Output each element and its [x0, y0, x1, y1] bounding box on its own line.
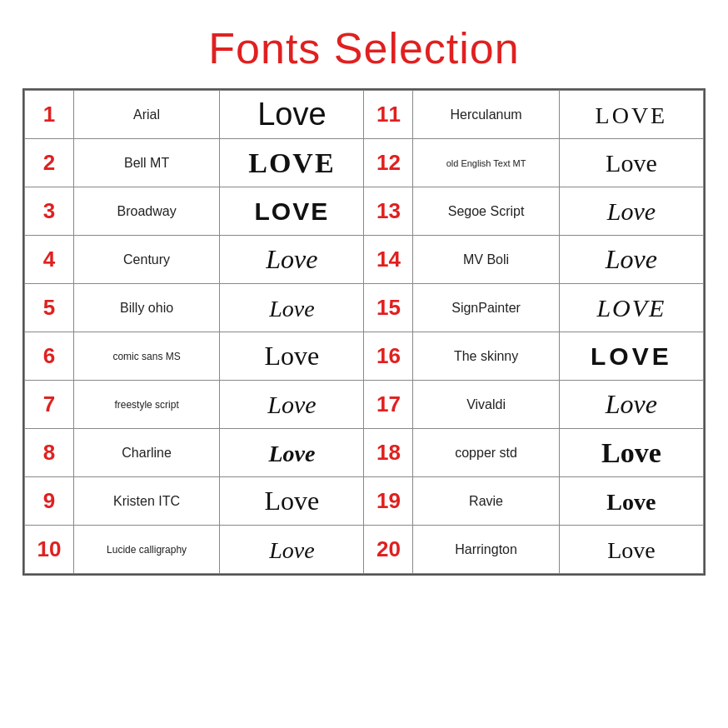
font-sample-left-4: Love: [220, 236, 364, 284]
font-name-right-11: Herculanum: [413, 91, 559, 139]
font-name-left-8: Charline: [73, 429, 219, 477]
row-num-right-13: 13: [364, 187, 413, 236]
font-sample-left-2: LOVE: [220, 139, 364, 187]
font-sample-right-15: LOVE: [559, 284, 703, 332]
font-sample-right-16: LOVE: [559, 332, 703, 381]
font-name-right-15: SignPainter: [413, 284, 559, 332]
font-name-right-12: old English Text MT: [413, 139, 559, 187]
font-sample-left-5: Love: [220, 284, 364, 332]
font-sample-right-14: Love: [559, 236, 703, 284]
row-num-left-3: 3: [25, 187, 74, 236]
font-name-right-19: Ravie: [413, 477, 559, 526]
font-sample-left-7: Love: [220, 381, 364, 429]
font-sample-right-13: Love: [559, 187, 703, 236]
font-name-left-9: Kristen ITC: [73, 477, 219, 526]
font-name-right-20: Harrington: [413, 526, 559, 574]
font-sample-right-20: Love: [559, 526, 703, 574]
font-name-right-17: Vivaldi: [413, 381, 559, 429]
font-name-left-4: Century: [73, 236, 219, 284]
font-name-left-2: Bell MT: [73, 139, 219, 187]
font-sample-left-9: Love: [220, 477, 364, 526]
row-num-left-6: 6: [25, 332, 74, 381]
font-sample-left-8: Love: [220, 429, 364, 477]
page-title: Fonts Selection: [208, 23, 519, 73]
row-num-right-14: 14: [364, 236, 413, 284]
font-name-right-18: copper std: [413, 429, 559, 477]
font-name-right-16: The skinny: [413, 332, 559, 381]
font-sample-right-18: Love: [559, 429, 703, 477]
row-num-right-17: 17: [364, 381, 413, 429]
row-num-left-1: 1: [25, 91, 74, 139]
row-num-left-7: 7: [25, 381, 74, 429]
font-sample-left-6: Love: [220, 332, 364, 381]
row-num-right-18: 18: [364, 429, 413, 477]
font-sample-left-10: Love: [220, 526, 364, 574]
row-num-right-16: 16: [364, 332, 413, 381]
font-sample-right-17: Love: [559, 381, 703, 429]
font-name-left-1: Arial: [73, 91, 219, 139]
row-num-right-19: 19: [364, 477, 413, 526]
font-name-right-14: MV Boli: [413, 236, 559, 284]
font-sample-right-12: Love: [559, 139, 703, 187]
font-sample-right-19: Love: [559, 477, 703, 526]
font-sample-left-1: Love: [220, 91, 364, 139]
font-name-left-3: Broadway: [73, 187, 219, 236]
row-num-left-5: 5: [25, 284, 74, 332]
font-name-left-6: comic sans MS: [73, 332, 219, 381]
row-num-left-10: 10: [25, 526, 74, 574]
row-num-right-11: 11: [364, 91, 413, 139]
font-name-left-10: Lucide calligraphy: [73, 526, 219, 574]
row-num-right-20: 20: [364, 526, 413, 574]
font-sample-left-3: LOVE: [220, 187, 364, 236]
row-num-right-12: 12: [364, 139, 413, 187]
row-num-right-15: 15: [364, 284, 413, 332]
font-sample-right-11: LOVE: [559, 91, 703, 139]
font-table: 1ArialLove11HerculanumLOVE2Bell MTLOVE12…: [22, 88, 706, 576]
row-num-left-2: 2: [25, 139, 74, 187]
row-num-left-8: 8: [25, 429, 74, 477]
font-name-left-7: freestyle script: [73, 381, 219, 429]
row-num-left-4: 4: [25, 236, 74, 284]
font-name-right-13: Segoe Script: [413, 187, 559, 236]
font-name-left-5: Billy ohio: [73, 284, 219, 332]
row-num-left-9: 9: [25, 477, 74, 526]
